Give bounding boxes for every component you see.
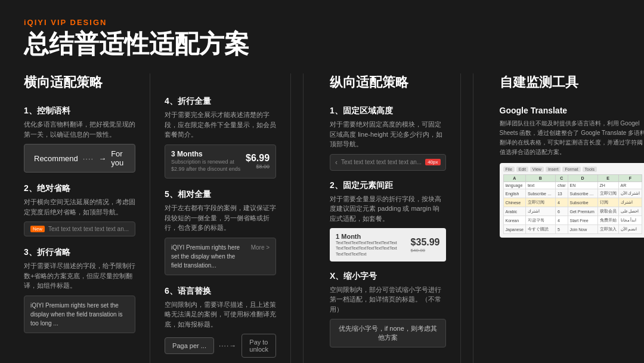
spreadsheet-table: A B C D E F language text char: [503, 174, 643, 234]
watermark: iQIYI VIP DESIGN: [24, 18, 620, 27]
price-card2: 1 Month TextTextTextTextTextTextTextText…: [330, 228, 445, 261]
marquee-text: Text text text text text text an...: [48, 226, 129, 232]
s4-desc: 对于需要完全展示才能表述清楚的字段，应在限定条件下全量显示，如会员套餐简介。: [165, 110, 276, 140]
ss-cell: 免费开始: [597, 216, 618, 225]
section-3: 3、折行省略 对于需要详尽描述的字段，给予限制行数+省略的方案克底，但应尽量控制…: [24, 247, 135, 333]
ss-cell: 4: [555, 198, 568, 207]
ss-cell: 13: [555, 189, 568, 198]
unlock-button[interactable]: Pay to unlock: [242, 334, 276, 358]
v1-section: 1、固定区域高度 对于需要绝对固定高度的模块，可固定区域高度 line-heig…: [330, 106, 445, 171]
ss-cell: EN: [568, 182, 597, 189]
price-card-right: $6.99 $8.00: [246, 153, 270, 170]
vx-title: X、缩小字号: [330, 271, 445, 282]
s6-title: 6、语言替换: [165, 286, 276, 297]
ss-cell: 4: [555, 216, 568, 225]
ss-row-1: language text char EN ZH AR: [503, 182, 642, 189]
google-desc: 翻译团队往往不能及时提供多语言语料，利用 Googel Sheets 函数，通过…: [500, 119, 644, 157]
ss-cell: Join Now: [568, 225, 597, 234]
tb-file[interactable]: File: [503, 167, 515, 172]
s5-desc: 对于左右都有字段的案例，建议保证字段较短的一侧全量，另一侧省略或折行，包含更多的…: [165, 203, 276, 233]
tb-insert[interactable]: Insert: [546, 167, 561, 172]
s5-box-text: iQIYI Premium rights here set the displa…: [171, 243, 247, 270]
column-vertical: 纵向适配策略 1、固定区域高度 对于需要绝对固定高度的模块，可固定区域高度 li…: [315, 73, 460, 363]
vx-section: X、缩小字号 空间限制内，部分可尝试缩小字号进行第一档适配，如详情页的标题。（不…: [330, 271, 445, 348]
s5-more[interactable]: More >: [251, 243, 270, 252]
ss-cell: 订阅: [597, 198, 618, 207]
ss-cell: 立即订阅: [525, 198, 555, 207]
v1-desc: 对于需要绝对固定高度的模块，可固定区域高度 line-height 无论多少行内…: [330, 119, 445, 149]
ss-cell: اشترك: [525, 207, 555, 216]
column-horizontal-2: 4、折行全量 对于需要完全展示才能表述清楚的字段，应在限定条件下全量显示，如会员…: [150, 73, 291, 363]
ss-cell: Subscribe Now: [525, 189, 555, 198]
ss-cell: text: [525, 182, 555, 189]
ss-cell: ابدأ مجانا: [618, 216, 642, 225]
section-6: 6、语言替换 空间限制内，需要详尽描述，且上述策略无法满足的案例，可使用标准翻译…: [165, 286, 276, 358]
ss-cell: Start Free: [568, 216, 597, 225]
col4-title: 自建监测工具: [500, 73, 644, 96]
ss-cell: English: [503, 189, 525, 198]
divider-2: [473, 73, 473, 363]
v2-title: 2、固定元素间距: [330, 180, 445, 191]
card-price: $6.99: [246, 153, 270, 164]
price-card2-left: 1 Month TextTextTextTextTextTextTextText…: [336, 233, 397, 256]
v1-title: 1、固定区域高度: [330, 106, 445, 116]
ss-cell: اشترك الآن: [618, 189, 642, 198]
ss-cell: انضم الآن: [618, 225, 642, 234]
card2-orig: $40.00: [411, 248, 440, 253]
card-months: 3 Months: [171, 150, 246, 158]
ss-row-6: Japanese 今すぐ購読 5 Join Now 立即加入 انضم الآن: [503, 225, 642, 234]
ss-header-c: C: [555, 175, 568, 182]
text-marquee: New Text text text text text text an...: [24, 222, 135, 236]
spreadsheet-mock: File Edit View Insert Format Tools A B C…: [500, 163, 644, 238]
ss-cell: Arabic: [503, 207, 525, 216]
ss-cell: Chinese: [503, 198, 525, 207]
ss-cell: Get Premium: [568, 207, 597, 216]
ss-cell: Subscribe: [568, 198, 597, 207]
ss-row-2: English Subscribe Now 13 Subscribe Now 立…: [503, 189, 642, 198]
ss-cell: اشترك: [618, 198, 642, 207]
section-4: 4、折行全量 对于需要完全展示才能表述清楚的字段，应在限定条件下全量显示，如会员…: [165, 96, 276, 179]
s6-desc: 空间限制内，需要详尽描述，且上述策略无法满足的案例，可使用标准翻译充底，如海报标…: [165, 300, 276, 330]
ss-header-f: F: [618, 175, 642, 182]
chevron-icon: ‹: [335, 158, 338, 167]
ss-cell: language: [503, 182, 525, 189]
card2-month: 1 Month: [336, 233, 397, 240]
s5-box: iQIYI Premium rights here set the displa…: [165, 238, 276, 275]
ss-cell: char: [555, 182, 568, 189]
recommend-arrow: →: [98, 154, 106, 163]
main-title: 总结普适性适配方案: [24, 29, 620, 59]
s3-desc: 对于需要详尽描述的字段，给予限制行数+省略的方案克底，但应尽量控制翻译，如组件标…: [24, 261, 135, 291]
tb-tools[interactable]: Tools: [583, 167, 597, 172]
tb-edit[interactable]: Edit: [516, 167, 528, 172]
price-card: 3 Months Subscription is renewed at $2.9…: [165, 144, 276, 179]
s2-desc: 对于横向空间无法延展的情况，考虑固定宽度后绝对省略，如顶部导航。: [24, 197, 135, 217]
ss-cell: AR: [618, 182, 642, 189]
recommend-button[interactable]: Recommend ···· → For you: [24, 144, 135, 173]
tb-view[interactable]: View: [530, 167, 544, 172]
column-monitor: 自建监测工具 Google Translate 翻译团队往往不能及时提供多语言语…: [485, 73, 644, 363]
section-5: 5、相对全量 对于左右都有字段的案例，建议保证字段较短的一侧全量，另一侧省略或折…: [165, 189, 276, 275]
tb-format[interactable]: Format: [562, 167, 580, 172]
recommend-dots: ····: [83, 154, 94, 163]
ss-cell: Subscribe Now: [568, 189, 597, 198]
new-badge: New: [30, 226, 45, 232]
payment-buttons: Paga per ... ····→ Pay to unlock: [165, 334, 276, 358]
s4-title: 4、折行全量: [165, 96, 276, 107]
ss-cell: 今すぐ購読: [525, 225, 555, 234]
columns-wrapper: 横向适配策略 1、控制语料 优化多语言物料翻译，把好视觉呈现的第一关，以确证信息…: [24, 73, 620, 363]
col3-title: 纵向适配策略: [330, 73, 445, 96]
ss-cell: احصل على: [618, 207, 642, 216]
40px-badge: 40px: [425, 159, 440, 165]
ss-cell: Japanese: [503, 225, 525, 234]
ss-cell: 立即订阅: [597, 189, 618, 198]
reduce-box: 优先缩小字号，if none，则考虑其他方案: [330, 319, 445, 347]
paga-button[interactable]: Paga per ...: [165, 337, 214, 354]
v2-desc: 对于需要全量显示的折行字段，按块高度建议固定元素 padding 或 margi…: [330, 194, 445, 224]
ss-cell: ZH: [597, 182, 618, 189]
s3-title: 3、折行省略: [24, 247, 135, 258]
card2-detail: TextTextTextTextTextTextTextTextTextText…: [336, 240, 397, 256]
section-1: 1、控制语料 优化多语言物料翻译，把好视觉呈现的第一关，以确证信息的一致性。 R…: [24, 106, 135, 173]
ss-row-4: Arabic اشترك 6 Get Premium 获取会员 احصل على: [503, 207, 642, 216]
section-2: 2、绝对省略 对于横向空间无法延展的情况，考虑固定宽度后绝对省略，如顶部导航。 …: [24, 183, 135, 236]
input-text: Text text text text text text an...: [341, 159, 422, 165]
